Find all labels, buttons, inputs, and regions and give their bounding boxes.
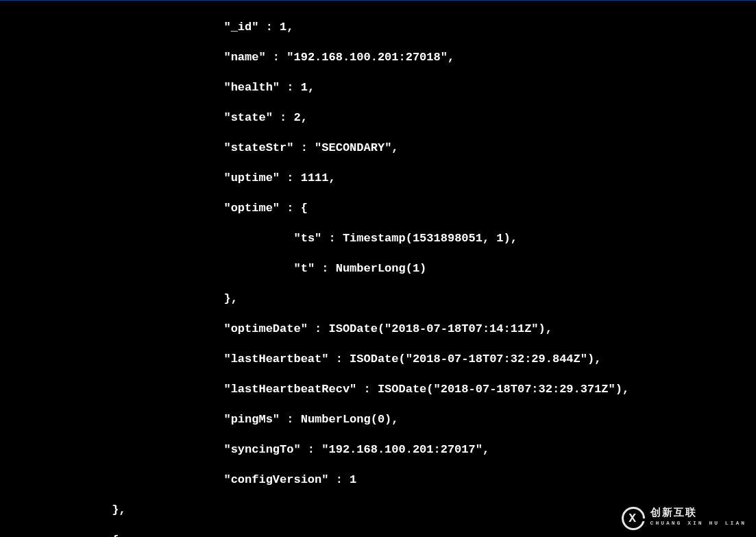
value: ISODate("2018-07-18T07:32:29.371Z"): [378, 383, 622, 396]
code-line: "syncingTo" : "192.168.100.201:27017",: [0, 442, 756, 457]
key: "lastHeartbeatRecv": [223, 383, 356, 396]
value: NumberLong(0): [301, 413, 392, 426]
key: "name": [223, 51, 265, 64]
key: "t": [293, 262, 315, 275]
code-line: },: [0, 291, 756, 307]
key: "uptime": [223, 171, 280, 184]
value: NumberLong(1): [336, 262, 427, 275]
key: "syncingTo": [223, 443, 300, 456]
value: 192.168.100.201:27017: [328, 443, 475, 456]
code-line: "pingMs" : NumberLong(0),: [0, 412, 756, 427]
value: 1: [350, 473, 356, 486]
code-line: "t" : NumberLong(1): [0, 261, 756, 276]
code-line: "stateStr" : "SECONDARY",: [0, 141, 756, 156]
key: "lastHeartbeat": [223, 353, 328, 366]
key: "configVersion": [223, 473, 328, 486]
code-line: {: [0, 533, 756, 537]
code-line: "ts" : Timestamp(1531898051, 1),: [0, 231, 756, 246]
watermark-logo-icon: X: [622, 507, 645, 530]
key: "optimeDate": [223, 322, 307, 335]
code-line: "optime" : {: [0, 201, 756, 216]
watermark: X 创新互联 CHUANG XIN HU LIAN: [622, 507, 746, 530]
watermark-zh: 创新互联: [650, 509, 746, 518]
watermark-logo-text: X: [629, 511, 637, 526]
value: 2: [293, 111, 300, 124]
value: 1111: [301, 171, 329, 184]
code-line: "health" : 1,: [0, 80, 756, 95]
value: Timestamp(1531898051, 1): [343, 232, 511, 245]
code-line: "lastHeartbeatRecv" : ISODate("2018-07-1…: [0, 382, 756, 397]
value: 1: [280, 21, 286, 34]
key: "optime": [223, 202, 280, 215]
terminal-output: "_id" : 1, "name" : "192.168.100.201:270…: [0, 0, 756, 537]
watermark-text: 创新互联 CHUANG XIN HU LIAN: [650, 509, 746, 528]
key: "_id": [223, 21, 258, 34]
value: ISODate("2018-07-18T07:32:29.844Z"): [350, 353, 594, 366]
key: "stateStr": [223, 141, 293, 154]
key: "health": [223, 81, 280, 94]
key: "state": [223, 111, 272, 124]
key: "pingMs": [223, 413, 280, 426]
watermark-py: CHUANG XIN HU LIAN: [650, 518, 746, 528]
code-line: "name" : "192.168.100.201:27018",: [0, 50, 756, 65]
code-line: "_id" : 1,: [0, 20, 756, 35]
code-line: "optimeDate" : ISODate("2018-07-18T07:14…: [0, 322, 756, 337]
code-line: "state" : 2,: [0, 110, 756, 126]
value: 192.168.100.201:27018: [293, 51, 440, 64]
key: "ts": [293, 232, 321, 245]
value: ISODate("2018-07-18T07:14:11Z"): [328, 322, 545, 335]
code-line: "configVersion" : 1: [0, 473, 756, 488]
code-line: "uptime" : 1111,: [0, 171, 756, 186]
code-line: "lastHeartbeat" : ISODate("2018-07-18T07…: [0, 352, 756, 367]
value: SECONDARY: [321, 141, 385, 154]
value: 1: [301, 81, 308, 94]
